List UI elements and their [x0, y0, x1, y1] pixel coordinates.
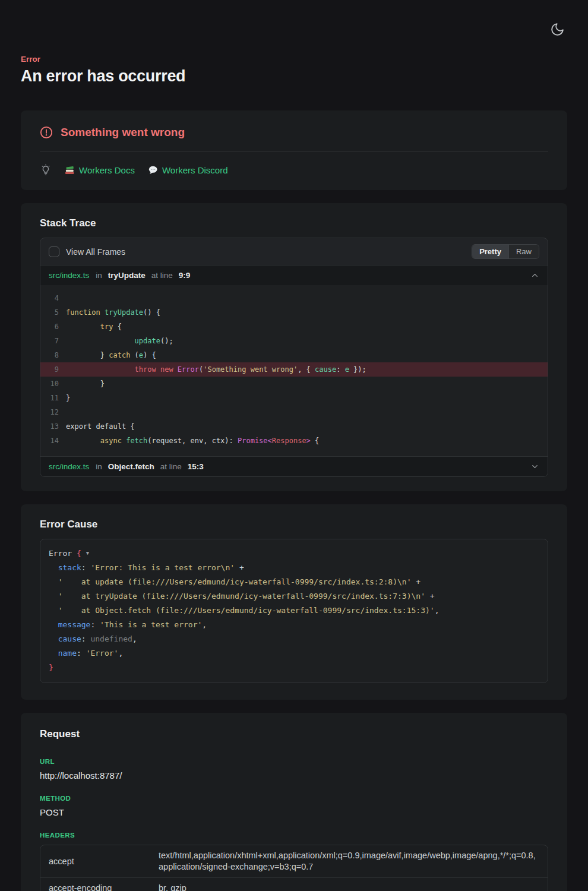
error-eyebrow: Error	[21, 55, 567, 64]
lightbulb-icon	[40, 164, 52, 176]
error-cause-line: ' at Object.fetch (file:///Users/edmund/…	[49, 604, 539, 618]
workers-docs-label: Workers Docs	[79, 165, 135, 175]
request-heading: Request	[40, 728, 548, 740]
header-name: accept	[40, 845, 150, 877]
format-toggle: Pretty Raw	[472, 244, 539, 259]
headers-table: accepttext/html,application/xhtml+xml,ap…	[40, 845, 548, 891]
alert-title: Something went wrong	[61, 126, 185, 139]
stack-trace-panel: View All Frames Pretty Raw src/index.tsi…	[40, 238, 548, 477]
view-all-frames-checkbox[interactable]	[49, 247, 59, 257]
code-line-10: 10 }	[40, 377, 548, 391]
error-cause-line: ' at update (file:///Users/edmund/icy-wa…	[49, 575, 539, 589]
stack-frame-header[interactable]: src/index.tsintryUpdateat line9:9	[40, 265, 548, 285]
chevron-down-icon	[530, 462, 539, 471]
error-cause-line: stack: 'Error: This is a test error\n' +	[49, 561, 539, 575]
alert-circle-icon	[40, 126, 53, 139]
alert-card: Something went wrong	[21, 110, 567, 190]
code-line-7: 7 update();	[40, 334, 548, 348]
stack-trace-card: Stack Trace View All Frames Pretty Raw s…	[21, 203, 567, 491]
request-card: Request URL http://localhost:8787/ METHO…	[21, 713, 567, 891]
error-cause-line: message: 'This is a test error',	[49, 618, 539, 632]
stack-trace-heading: Stack Trace	[40, 217, 548, 229]
view-all-frames-control[interactable]: View All Frames	[49, 247, 125, 257]
error-cause-line: }	[49, 661, 539, 675]
pretty-button[interactable]: Pretty	[472, 245, 508, 258]
source-code-block: 45function tryUpdate() {6 try {7 update(…	[40, 285, 548, 456]
stack-trace-toolbar: View All Frames Pretty Raw	[40, 238, 548, 265]
error-cause-code: Error { ▼ stack: 'Error: This is a test …	[40, 539, 548, 683]
code-line-12: 12	[40, 405, 548, 419]
stack-frame-header[interactable]: src/index.tsinObject.fetchat line15:3	[40, 456, 548, 476]
code-line-9: 9 throw new Error('Something went wrong'…	[40, 362, 548, 377]
url-label: URL	[40, 758, 548, 765]
collapse-toggle-icon[interactable]: ▼	[86, 550, 89, 556]
error-cause-line: cause: undefined,	[49, 632, 539, 646]
workers-discord-label: Workers Discord	[162, 165, 228, 175]
header-row: accept-encodingbr, gzip	[40, 877, 548, 891]
header-row: accepttext/html,application/xhtml+xml,ap…	[40, 845, 548, 877]
url-value: http://localhost:8787/	[40, 770, 548, 781]
method-label: METHOD	[40, 795, 548, 802]
code-line-6: 6 try {	[40, 320, 548, 334]
code-line-8: 8 } catch (e) {	[40, 348, 548, 362]
view-all-frames-label: View All Frames	[66, 247, 125, 257]
error-cause-line: ' at tryUpdate (file:///Users/edmund/icy…	[49, 589, 539, 604]
error-cause-line: Error { ▼	[49, 546, 539, 561]
code-line-11: 11}	[40, 391, 548, 405]
divider	[40, 151, 548, 152]
header-value: br, gzip	[150, 877, 548, 891]
code-line-5: 5function tryUpdate() {	[40, 305, 548, 320]
workers-discord-link[interactable]: Workers Discord	[148, 165, 228, 175]
header-name: accept-encoding	[40, 877, 150, 891]
moon-icon	[550, 22, 565, 37]
header-value: text/html,application/xhtml+xml,applicat…	[150, 845, 548, 877]
code-line-4: 4	[40, 291, 548, 305]
error-cause-card: Error Cause Error { ▼ stack: 'Error: Thi…	[21, 504, 567, 700]
speech-balloon-icon	[148, 165, 158, 175]
books-icon	[65, 165, 75, 175]
error-cause-line: name: 'Error',	[49, 646, 539, 661]
method-value: POST	[40, 807, 548, 817]
page-title: An error has occurred	[21, 67, 567, 86]
theme-toggle-button[interactable]	[548, 20, 567, 39]
chevron-up-icon	[530, 271, 539, 280]
raw-button[interactable]: Raw	[508, 245, 539, 258]
code-line-14: 14 async fetch(request, env, ctx): Promi…	[40, 434, 548, 448]
workers-docs-link[interactable]: Workers Docs	[65, 165, 135, 175]
error-cause-heading: Error Cause	[40, 519, 548, 530]
headers-label: HEADERS	[40, 832, 548, 839]
code-line-13: 13export default {	[40, 419, 548, 434]
